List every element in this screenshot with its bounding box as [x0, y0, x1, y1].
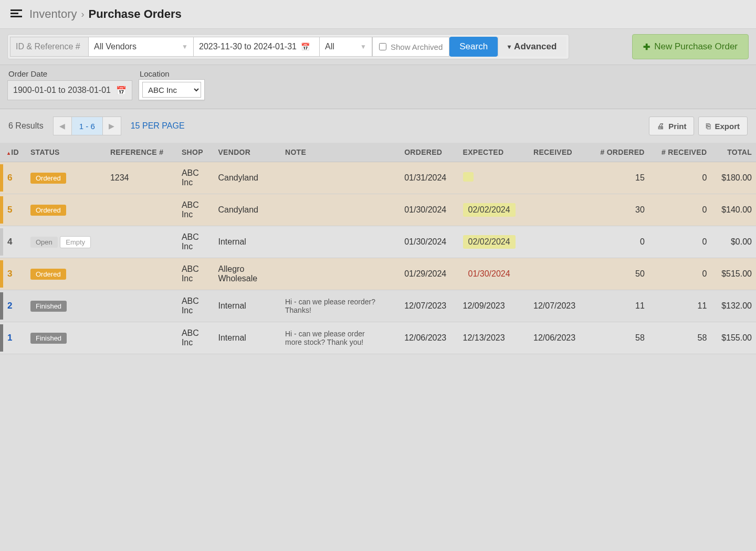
total-cell: $140.00 — [711, 194, 756, 226]
expected-date: 12/09/2023 — [463, 301, 505, 310]
expected-date — [463, 172, 474, 182]
caret-down-icon: ▼ — [182, 43, 188, 50]
order-id-link[interactable]: 6 — [7, 173, 12, 183]
pager-range[interactable]: 1 - 6 — [72, 116, 102, 135]
ordered-date-cell: 01/29/2024 — [400, 258, 458, 290]
pager: ◀ 1 - 6 ▶ — [53, 116, 121, 135]
ordered-date-cell: 12/07/2023 — [400, 290, 458, 322]
reference-cell — [106, 290, 177, 322]
export-button[interactable]: ⎘ Export — [698, 116, 748, 135]
received-date-cell: 12/07/2023 — [529, 290, 587, 322]
nordered-cell: 11 — [587, 290, 648, 322]
ordered-date-cell: 01/31/2024 — [400, 162, 458, 194]
reference-cell — [106, 194, 177, 226]
col-reference[interactable]: REFERENCE # — [106, 143, 177, 162]
location-filter: Location ABC Inc — [139, 69, 205, 100]
col-expected[interactable]: EXPECTED — [459, 143, 530, 162]
col-received[interactable]: RECEIVED — [529, 143, 587, 162]
order-id-link[interactable]: 1 — [7, 333, 12, 343]
nreceived-cell: 0 — [649, 162, 711, 194]
date-range-input[interactable]: 2023-11-30 to 2024-01-31 📅 — [194, 37, 320, 57]
filters-bar: ID & Reference # All Vendors ▼ 2023-11-3… — [0, 29, 756, 65]
col-total[interactable]: TOTAL — [711, 143, 756, 162]
reference-cell: 1234 — [106, 162, 177, 194]
order-id-link[interactable]: 2 — [7, 301, 12, 311]
calendar-icon: 📅 — [116, 86, 127, 96]
note-cell: Hi - can we please order more stock? Tha… — [285, 330, 380, 346]
col-note[interactable]: NOTE — [281, 143, 400, 162]
order-date-label: Order Date — [7, 69, 132, 78]
chevron-right-icon: › — [81, 9, 85, 20]
table-row[interactable]: 4 Open Empty ABC Inc Internal 01/30/2024… — [0, 226, 756, 258]
received-date-cell — [529, 226, 587, 258]
table-row[interactable]: 6 Ordered 1234 ABC Inc Candyland 01/31/2… — [0, 162, 756, 194]
shop-cell: ABC Inc — [177, 194, 214, 226]
nreceived-cell: 58 — [649, 322, 711, 354]
status-badge-empty: Empty — [60, 236, 91, 248]
nreceived-cell: 0 — [649, 226, 711, 258]
col-ordered[interactable]: ORDERED — [400, 143, 458, 162]
breadcrumb-current: Purchase Orders — [89, 7, 182, 21]
order-date-input[interactable]: 1900-01-01 to 2038-01-01 📅 — [7, 80, 132, 100]
col-nreceived[interactable]: # RECEIVED — [649, 143, 711, 162]
col-nordered[interactable]: # ORDERED — [587, 143, 648, 162]
nreceived-cell: 0 — [649, 258, 711, 290]
total-cell: $0.00 — [711, 226, 756, 258]
search-button[interactable]: Search — [449, 37, 498, 57]
shop-cell: ABC Inc — [177, 162, 214, 194]
per-page-select[interactable]: 15 PER PAGE — [131, 121, 185, 131]
nreceived-cell: 11 — [649, 290, 711, 322]
table-row[interactable]: 1 Finished ABC Inc Internal Hi - can we … — [0, 322, 756, 354]
show-archived-toggle[interactable]: Show Archived — [372, 37, 449, 57]
search-input[interactable]: ID & Reference # — [10, 37, 89, 57]
new-purchase-order-button[interactable]: ✚ New Purchase Order — [632, 34, 749, 59]
inventory-icon — [10, 9, 22, 19]
nreceived-cell: 0 — [649, 194, 711, 226]
received-date-cell — [529, 258, 587, 290]
ordered-date-cell: 01/30/2024 — [400, 226, 458, 258]
print-button[interactable]: 🖨 Print — [649, 116, 694, 135]
nordered-cell: 0 — [587, 226, 648, 258]
col-id[interactable]: ▴ID — [3, 143, 26, 162]
table-row[interactable]: 2 Finished ABC Inc Internal Hi - can we … — [0, 290, 756, 322]
expected-date: 02/02/2024 — [463, 235, 516, 249]
nordered-cell: 30 — [587, 194, 648, 226]
reference-cell — [106, 226, 177, 258]
vendor-cell: Allegro Wholesale — [214, 258, 281, 290]
ordered-date-cell: 12/06/2023 — [400, 322, 458, 354]
total-cell: $155.00 — [711, 322, 756, 354]
show-archived-checkbox[interactable] — [379, 43, 386, 50]
col-status[interactable]: STATUS — [26, 143, 106, 162]
advanced-toggle[interactable]: ▾ Advanced — [498, 37, 566, 57]
table-row[interactable]: 3 Ordered ABC Inc Allegro Wholesale 01/2… — [0, 258, 756, 290]
table-row[interactable]: 5 Ordered ABC Inc Candyland 01/30/2024 0… — [0, 194, 756, 226]
sort-asc-icon: ▴ — [7, 150, 10, 156]
shop-cell: ABC Inc — [177, 258, 214, 290]
order-id-link[interactable]: 5 — [7, 205, 12, 215]
vendor-cell: Internal — [214, 290, 281, 322]
col-shop[interactable]: SHOP — [177, 143, 214, 162]
pager-next[interactable]: ▶ — [102, 116, 121, 135]
vendor-cell: Internal — [214, 226, 281, 258]
caret-down-icon: ▼ — [360, 43, 366, 50]
order-date-filter: Order Date 1900-01-01 to 2038-01-01 📅 — [7, 69, 132, 100]
total-cell: $515.00 — [711, 258, 756, 290]
status-select[interactable]: All ▼ — [320, 37, 372, 57]
breadcrumb-parent[interactable]: Inventory — [29, 7, 77, 21]
expected-date: 01/30/2024 — [463, 267, 516, 281]
total-cell: $180.00 — [711, 162, 756, 194]
status-badge: Ordered — [30, 205, 66, 216]
col-vendor[interactable]: VENDOR — [214, 143, 281, 162]
note-cell: Hi - can we please reorder? Thanks! — [285, 298, 380, 314]
vendor-select[interactable]: All Vendors ▼ — [89, 37, 194, 57]
order-id-link[interactable]: 4 — [7, 237, 12, 247]
nordered-cell: 15 — [587, 162, 648, 194]
shop-cell: ABC Inc — [177, 226, 214, 258]
orders-table: ▴ID STATUS REFERENCE # SHOP VENDOR NOTE … — [0, 143, 756, 354]
order-id-link[interactable]: 3 — [7, 269, 12, 279]
results-toolbar: 6 Results ◀ 1 - 6 ▶ 15 PER PAGE 🖨 Print … — [0, 109, 756, 143]
status-badge: Ordered — [30, 173, 66, 184]
shop-cell: ABC Inc — [177, 322, 214, 354]
pager-prev[interactable]: ◀ — [53, 116, 72, 135]
location-select[interactable]: ABC Inc — [142, 82, 201, 98]
